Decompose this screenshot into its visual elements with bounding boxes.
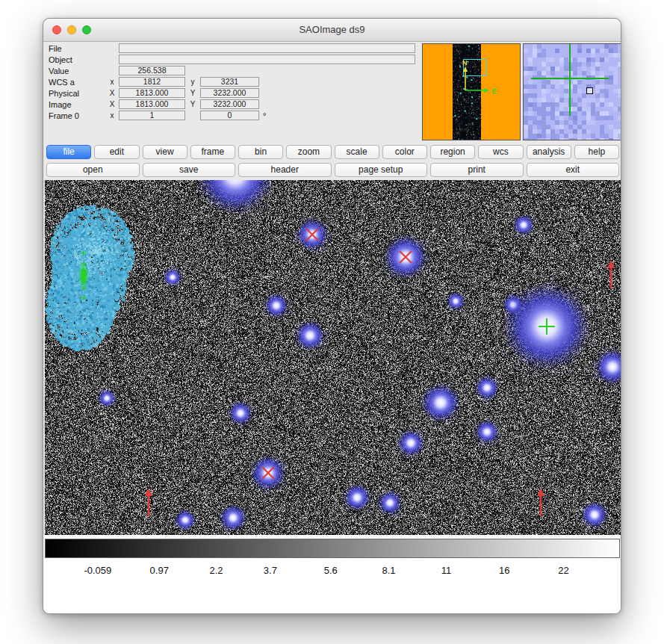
image-label: Image	[49, 100, 105, 109]
wcs-y-field[interactable]: 3231	[200, 77, 259, 87]
image-y-label: Y	[185, 100, 200, 108]
minimize-button[interactable]	[67, 25, 76, 34]
info-row-frame: Frame 0 x 1 0 °	[49, 110, 415, 121]
physical-x-label: X	[105, 89, 119, 97]
panner-canvas[interactable]	[422, 43, 521, 140]
file-label: File	[49, 44, 105, 53]
frame-x-label: x	[105, 111, 119, 120]
wcs-x-label: x	[105, 78, 119, 86]
toolbar-exit[interactable]: exit	[527, 163, 620, 177]
colorbar-tick: 5.6	[324, 565, 338, 576]
colorbar-tick: 0.97	[150, 565, 169, 576]
colorbar-tick: -0.059	[84, 565, 111, 576]
menu-analysis[interactable]: analysis	[527, 145, 571, 159]
menu-view[interactable]: view	[143, 145, 187, 159]
file-field[interactable]	[119, 43, 415, 53]
colorbar-area: -0.0590.972.23.75.68.1111622	[43, 535, 621, 613]
wcs-label: WCS a	[49, 78, 105, 87]
fullscreen-button[interactable]	[82, 25, 91, 34]
info-row-physical: Physical X 1813.000 Y 3232.000	[49, 87, 415, 99]
menu-zoom[interactable]: zoom	[286, 145, 331, 159]
desktop: SAOImage ds9 File Object Value 256.538 W…	[0, 0, 664, 644]
info-row-image: Image X 1813.000 Y 3232.000	[49, 99, 415, 110]
colorbar-tick: 16	[499, 565, 509, 576]
frame-rotate-field[interactable]: 0	[200, 111, 259, 120]
toolbar-row: opensaveheaderpage setupprintexit	[45, 162, 621, 179]
menu-color[interactable]: color	[382, 145, 427, 159]
close-button[interactable]	[52, 25, 61, 34]
frame-label: Frame 0	[49, 111, 105, 120]
toolbar-page-setup[interactable]: page setup	[335, 163, 428, 177]
info-row-value: Value 256.538	[49, 65, 415, 76]
toolbar-open[interactable]: open	[46, 163, 140, 177]
window-title: SAOImage ds9	[43, 19, 621, 41]
colorbar-ticks: -0.0590.972.23.75.68.1111622	[45, 565, 620, 580]
info-row-wcs: WCS a x 1812 y 3231	[49, 76, 415, 87]
menu-help[interactable]: help	[574, 145, 619, 159]
object-field[interactable]	[119, 55, 415, 64]
image-canvas[interactable]	[45, 180, 621, 535]
physical-label: Physical	[49, 89, 105, 98]
info-panel: File Object Value 256.538 WCS a x 1812 y…	[49, 43, 415, 121]
wcs-x-field[interactable]: 1812	[119, 77, 185, 87]
menu-region[interactable]: region	[430, 145, 475, 159]
menu-scale[interactable]: scale	[335, 145, 379, 159]
image-y-field[interactable]: 3232.000	[200, 99, 259, 109]
degree-label: °	[263, 111, 266, 120]
info-row-file: File	[49, 43, 415, 54]
info-row-object: Object	[49, 54, 415, 65]
titlebar: SAOImage ds9	[43, 19, 621, 42]
menu-edit[interactable]: edit	[94, 145, 139, 159]
toolbar-print[interactable]: print	[430, 163, 524, 177]
ds9-window: SAOImage ds9 File Object Value 256.538 W…	[43, 18, 621, 614]
menu-bin[interactable]: bin	[238, 145, 283, 159]
menu-row: fileeditviewframebinzoomscalecolorregion…	[45, 144, 621, 161]
colorbar[interactable]	[45, 539, 620, 558]
colorbar-tick: 3.7	[264, 565, 277, 576]
physical-y-field[interactable]: 3232.000	[200, 88, 259, 98]
value-field[interactable]: 256.538	[119, 66, 185, 75]
frame-zoom-field[interactable]: 1	[119, 111, 185, 120]
menu-wcs[interactable]: wcs	[478, 145, 523, 159]
colorbar-tick: 22	[558, 565, 568, 576]
wcs-y-label: y	[185, 78, 200, 86]
image-x-field[interactable]: 1813.000	[119, 99, 185, 109]
toolbar-header[interactable]: header	[238, 163, 332, 177]
object-label: Object	[49, 55, 105, 64]
colorbar-tick: 11	[441, 565, 452, 576]
physical-x-field[interactable]: 1813.000	[119, 88, 185, 98]
window-controls	[52, 25, 91, 34]
menu-file[interactable]: file	[46, 145, 91, 159]
colorbar-tick: 8.1	[382, 565, 395, 576]
physical-y-label: Y	[185, 89, 200, 97]
value-label: Value	[49, 66, 105, 75]
menu-frame[interactable]: frame	[190, 145, 235, 159]
image-x-label: X	[105, 100, 119, 108]
magnifier-canvas	[523, 43, 621, 140]
colorbar-tick: 2.2	[209, 565, 223, 576]
toolbar-save[interactable]: save	[143, 163, 236, 177]
